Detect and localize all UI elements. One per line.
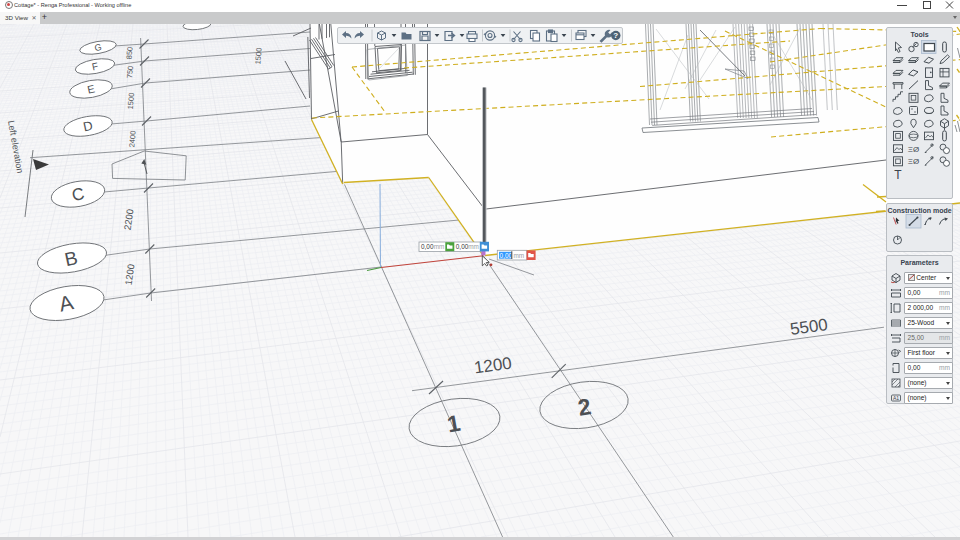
svg-text:ΞØ: ΞØ	[908, 157, 919, 166]
svg-text:mm: mm	[514, 252, 525, 259]
svg-text:ΞØ: ΞØ	[908, 145, 919, 154]
svg-text:0,00: 0,00	[456, 243, 469, 250]
svg-text:1200: 1200	[123, 263, 137, 285]
svg-text:2400: 2400	[127, 130, 137, 147]
svg-text:mm: mm	[434, 243, 445, 250]
svg-text:2: 2	[576, 393, 593, 421]
svg-text:0,00: 0,00	[500, 252, 513, 259]
svg-text:0,00: 0,00	[421, 243, 434, 250]
svg-text:850: 850	[124, 46, 134, 59]
svg-text:750: 750	[125, 65, 135, 78]
svg-text:A1: A1	[893, 395, 899, 401]
svg-text:1: 1	[445, 410, 462, 438]
svg-text:1500: 1500	[126, 92, 136, 109]
svg-text:1500: 1500	[253, 47, 263, 64]
svg-text:mm: mm	[468, 243, 479, 250]
svg-text:2200: 2200	[122, 208, 136, 230]
svg-text:T: T	[894, 168, 902, 182]
svg-text:?: ?	[613, 31, 618, 40]
